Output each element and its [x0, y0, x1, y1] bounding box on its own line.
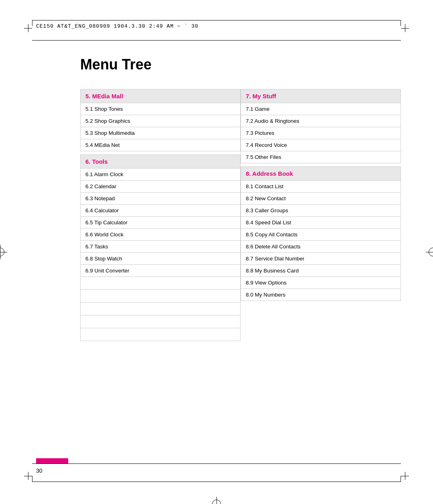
footer-line-bottom	[32, 482, 401, 482]
reg-mark-top-left	[24, 24, 32, 32]
reg-mark-bottom-left	[24, 472, 32, 480]
list-item: 8.6 Delete All Contacts	[241, 241, 401, 253]
page: CE150 AT&T_ENG_080909 1904.3.30 2:49 AM …	[0, 0, 433, 504]
menu-grid: 5. MEdia Mall 5.1 Shop Tones 5.2 Shop Gr…	[32, 89, 401, 341]
list-item: 6.7 Tasks	[80, 241, 241, 253]
spacer	[80, 151, 241, 154]
section-header-tools: 6. Tools	[80, 154, 241, 169]
column-right: 7. My Stuff 7.1 Game 7.2 Audio & Rington…	[241, 89, 401, 341]
list-item: 5.3 Shop Multimedia	[80, 127, 241, 139]
list-item-empty	[80, 277, 241, 290]
header-text: CE150 AT&T_ENG_080909 1904.3.30 2:49 AM …	[36, 23, 198, 29]
section-header-my-stuff: 7. My Stuff	[241, 89, 401, 103]
list-item: 6.2 Calendar	[80, 181, 241, 193]
section-header-address-book: 8. Address Book	[241, 167, 401, 181]
footer-line-top	[32, 463, 401, 464]
reg-circle-bottom	[212, 500, 221, 504]
page-number: 30	[36, 467, 42, 474]
list-item: 6.4 Calculator	[80, 205, 241, 217]
list-item: 8.7 Service Dial Number	[241, 253, 401, 265]
list-item: 7.1 Game	[241, 103, 401, 115]
list-item: 7.2 Audio & Ringtones	[241, 115, 401, 127]
reg-mark-top-right	[401, 24, 409, 32]
list-item: 8.3 Caller Groups	[241, 205, 401, 217]
side-line-lb	[32, 476, 32, 482]
list-item-empty	[80, 315, 241, 328]
section-header-media-mall: 5. MEdia Mall	[80, 89, 241, 103]
page-title: Menu Tree	[32, 56, 401, 73]
list-item: 8.8 My Business Card	[241, 265, 401, 277]
list-item: 8.9 View Options	[241, 277, 401, 289]
list-item: 8.4 Speed Dial List	[241, 217, 401, 229]
list-item: 6.6 World Clock	[80, 229, 241, 241]
reg-mark-bottom-right	[401, 472, 409, 480]
list-item: 6.3 Notepad	[80, 193, 241, 205]
list-item: 5.4 MEdia Net	[80, 139, 241, 151]
reg-circle-left	[0, 248, 4, 256]
list-item: 8.1 Contact List	[241, 181, 401, 193]
list-item: 8.2 New Contact	[241, 193, 401, 205]
list-item: 6.1 Alarm Clock	[80, 169, 241, 181]
spacer	[241, 163, 401, 167]
header-line-top	[32, 20, 401, 20]
list-item: 5.1 Shop Tones	[80, 103, 241, 115]
list-item: 6.5 Tip Calculator	[80, 217, 241, 229]
reg-circle-right	[429, 248, 433, 256]
list-item: 8.5 Copy All Contacts	[241, 229, 401, 241]
list-item: 7.5 Other Files	[241, 151, 401, 163]
list-item: 5.2 Shop Graphics	[80, 115, 241, 127]
list-item: 8.0 My Numbers	[241, 289, 401, 301]
list-item: 6.9 Unit Converter	[80, 265, 241, 277]
list-item: 7.3 Pictures	[241, 127, 401, 139]
list-item: 6.8 Stop Watch	[80, 253, 241, 265]
list-item-empty	[80, 303, 241, 315]
pink-bar-decoration	[36, 458, 68, 464]
header-line-bottom	[32, 40, 401, 41]
side-line-lt	[32, 20, 32, 26]
list-item: 7.4 Record Voice	[241, 139, 401, 151]
side-line-rt	[401, 20, 401, 26]
content: Menu Tree 5. MEdia Mall 5.1 Shop Tones 5…	[32, 56, 401, 456]
column-left: 5. MEdia Mall 5.1 Shop Tones 5.2 Shop Gr…	[80, 89, 241, 341]
list-item-empty	[80, 290, 241, 303]
list-item-empty	[80, 328, 241, 341]
side-line-rb	[401, 476, 401, 482]
